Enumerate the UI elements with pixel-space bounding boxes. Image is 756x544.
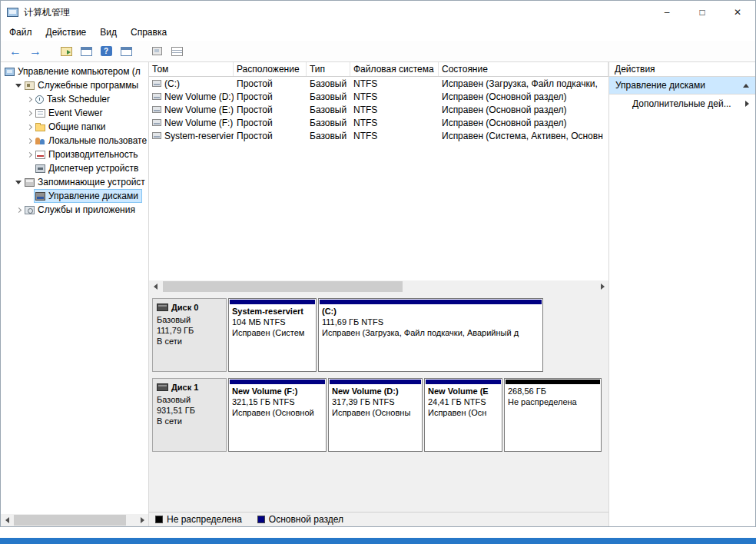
clock-icon [35, 95, 44, 104]
tree-item-event-viewer[interactable]: Event Viewer [1, 106, 148, 120]
volume-row[interactable]: New Volume (E:) Простой Базовый NTFS Исп… [149, 103, 608, 116]
help-button[interactable]: ? [98, 43, 114, 60]
show-console-tree-button[interactable] [78, 43, 94, 60]
actions-panel: Действия Управление дисками Дополнительн… [609, 62, 755, 526]
chevron-collapsed-icon[interactable] [25, 125, 34, 129]
tree-item-label: Управление компьютером (л [18, 66, 141, 77]
tree-item-local-users[interactable]: Локальные пользовате [1, 134, 148, 148]
tree-item-label: Производительность [48, 149, 138, 160]
volume-type: Базовый [307, 104, 350, 115]
partition-label: New Volume (F:) [232, 386, 323, 396]
partition-label: System-reserviert [232, 306, 313, 317]
tree-item-storage[interactable]: Запоминающие устройст [1, 175, 148, 189]
disk-type: Базовый [157, 394, 222, 405]
tree-item-label: Службы и приложения [38, 204, 135, 215]
device-manager-icon [35, 164, 45, 173]
volume-type: Базовый [307, 131, 350, 141]
menu-view[interactable]: Вид [93, 24, 124, 41]
partition-c[interactable]: (C:) 111,69 ГБ NTFS Исправен (Загрузка, … [318, 298, 543, 372]
partition-f[interactable]: New Volume (F:) 321,15 ГБ NTFS Исправен … [228, 378, 327, 452]
chevron-collapsed-icon[interactable] [14, 208, 23, 212]
scroll-right-button[interactable] [596, 280, 608, 293]
tree-item-services-applications[interactable]: Службы и приложения [1, 203, 148, 217]
action-label: Дополнительные дей... [632, 98, 731, 109]
scrollbar-thumb[interactable] [163, 281, 403, 292]
volume-filesystem: NTFS [350, 91, 439, 102]
refresh-button[interactable] [148, 43, 165, 60]
disk-name: Диск 0 [171, 302, 198, 313]
volume-status: Исправен (Загрузка, Файл подкачки, [439, 78, 608, 89]
tree-item-computer-management[interactable]: Управление компьютером (л [1, 65, 148, 78]
column-header-volume[interactable]: Том [149, 62, 234, 76]
collapse-chevron-icon[interactable] [743, 84, 749, 88]
export-list-button[interactable] [58, 43, 75, 60]
volume-row[interactable]: New Volume (F:) Простой Базовый NTFS Исп… [149, 116, 608, 129]
chevron-expanded-icon[interactable] [14, 84, 23, 88]
volume-list-hscrollbar[interactable] [149, 280, 608, 293]
tree-item-disk-management[interactable]: Управление дисками [1, 189, 148, 203]
maximize-button[interactable]: □ [685, 1, 720, 24]
users-icon [35, 137, 45, 145]
column-header-status[interactable]: Состояние [439, 62, 608, 76]
forward-button[interactable]: → [27, 43, 44, 60]
column-header-layout[interactable]: Расположение [234, 62, 307, 76]
disk1-info-box[interactable]: Диск 1 Базовый 931,51 ГБ В сети [152, 378, 227, 452]
chevron-collapsed-icon[interactable] [25, 111, 34, 115]
event-log-icon [35, 109, 45, 118]
legend-label: Не распределена [167, 514, 242, 525]
main-area: Управление компьютером (л Служебные прог… [1, 62, 755, 526]
taskbar-strip[interactable] [0, 538, 756, 544]
volume-row[interactable]: (C:) Простой Базовый NTFS Исправен (Загр… [149, 77, 608, 90]
scrollbar-thumb[interactable] [14, 515, 126, 526]
scroll-left-icon [154, 284, 158, 290]
tree-item-device-manager[interactable]: Диспетчер устройств [1, 161, 148, 175]
column-header-filesystem[interactable]: Файловая система [350, 62, 439, 76]
legend-bar: Не распределена Основной раздел [149, 512, 608, 526]
scroll-left-button[interactable] [1, 514, 13, 526]
partition-color-strip [230, 380, 325, 384]
partition-unallocated[interactable]: 268,56 ГБ Не распределена [504, 378, 602, 452]
partition-d[interactable]: New Volume (D:) 317,39 ГБ NTFS Исправен … [328, 378, 423, 452]
tree-item-shared-folders[interactable]: Общие папки [1, 120, 148, 134]
volume-name: System-reserviert [164, 131, 234, 141]
volume-status: Исправен (Система, Активен, Основн [439, 131, 608, 141]
volume-filesystem: NTFS [350, 131, 439, 141]
menu-file[interactable]: Файл [2, 24, 39, 41]
scroll-left-button[interactable] [149, 280, 161, 293]
volume-row[interactable]: New Volume (D:) Простой Базовый NTFS Исп… [149, 90, 608, 103]
submenu-arrow-icon [745, 101, 749, 107]
chevron-collapsed-icon[interactable] [25, 153, 34, 157]
disk-icon [35, 192, 45, 201]
column-header-type[interactable]: Тип [307, 62, 350, 76]
properties-button[interactable] [118, 43, 134, 60]
tree-item-label: Служебные программы [38, 80, 138, 91]
app-icon [7, 8, 18, 17]
chevron-expanded-icon[interactable] [14, 181, 23, 184]
volume-status: Исправен (Основной раздел) [439, 91, 608, 102]
view-options-button[interactable] [168, 43, 185, 60]
storage-icon [25, 178, 35, 187]
action-disk-management[interactable]: Управление дисками [609, 77, 755, 95]
menu-help[interactable]: Справка [124, 24, 174, 41]
minimize-button[interactable]: – [649, 1, 685, 24]
partition-e[interactable]: New Volume (E 24,41 ГБ NTFS Исправен (Ос… [424, 378, 502, 452]
tree-item-system-tools[interactable]: Служебные программы [1, 78, 148, 92]
chevron-collapsed-icon[interactable] [25, 139, 34, 143]
back-button[interactable]: ← [7, 43, 24, 60]
partition-system-reserved[interactable]: System-reserviert 104 МБ NTFS Исправен (… [228, 298, 317, 372]
action-more-actions[interactable]: Дополнительные дей... [609, 95, 755, 112]
disk-size: 111,79 ГБ [157, 325, 222, 336]
tree-item-performance[interactable]: Производительность [1, 148, 148, 161]
chevron-collapsed-icon[interactable] [25, 98, 34, 101]
tree-item-task-scheduler[interactable]: Task Scheduler [1, 92, 148, 106]
menu-action[interactable]: Действие [39, 24, 94, 41]
console-window-icon [81, 47, 92, 56]
desktop-area [0, 527, 756, 544]
partition-label: (C:) [322, 306, 539, 317]
volume-row[interactable]: System-reserviert Простой Базовый NTFS И… [149, 129, 608, 142]
disk0-info-box[interactable]: Диск 0 Базовый 111,79 ГБ В сети [152, 298, 227, 372]
partition-status: Исправен (Загрузка, Файл подкачки, Авари… [322, 327, 539, 338]
tree-hscrollbar[interactable] [1, 514, 148, 526]
close-button[interactable]: ✕ [720, 1, 755, 24]
scroll-right-button[interactable] [136, 514, 148, 526]
